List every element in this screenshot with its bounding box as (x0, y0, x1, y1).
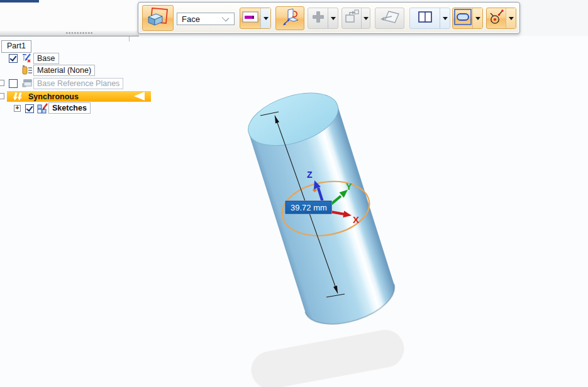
panel-drag-strip[interactable] (0, 30, 139, 36)
tree-expand-handle-2[interactable] (0, 93, 4, 99)
tree-item-material[interactable]: Material (None) (33, 65, 95, 76)
reference-planes-icon (22, 79, 33, 90)
tree-group-synchronous[interactable]: Synchronous (7, 91, 151, 102)
relationships-icon (487, 8, 506, 29)
dimension-value: 39.72 mm (291, 203, 327, 212)
face-select-value: Face (182, 14, 200, 24)
split-view-icon (416, 8, 435, 29)
split-view-button[interactable] (409, 8, 450, 29)
copy-attach-dropdown[interactable] (361, 8, 370, 28)
axis-y-label: Y (346, 182, 352, 192)
base-checkbox[interactable] (9, 54, 18, 63)
command-bar: Face (138, 2, 520, 34)
collapse-arrow-icon[interactable] (134, 92, 145, 101)
face-color-dropdown[interactable] (260, 8, 270, 28)
dimension-value-box[interactable]: 39.72 mm (285, 200, 332, 214)
relationships-button[interactable] (486, 8, 516, 29)
move-face-button[interactable] (275, 6, 304, 30)
sketches-expand-button[interactable]: + (14, 105, 21, 112)
slot-icon (453, 8, 472, 28)
drag-handle-dots (65, 32, 93, 34)
combo-chevron-icon (222, 14, 229, 21)
axis-x-label: X (353, 214, 359, 225)
move-face-icon (279, 6, 301, 30)
pathfinder-tab[interactable]: Part1 (1, 40, 31, 53)
copy-attach-button[interactable] (341, 8, 370, 29)
reference-planes-checkbox[interactable] (9, 79, 18, 88)
synchronous-icon (12, 92, 25, 101)
slot-button[interactable] (452, 8, 483, 29)
through-icon (379, 7, 401, 30)
slot-dropdown[interactable] (472, 8, 482, 28)
copy-attach-icon (342, 7, 361, 30)
add-dropdown[interactable] (328, 8, 338, 28)
material-icon (22, 65, 33, 78)
select-face-mode-icon (145, 6, 170, 31)
sketches-icon (37, 103, 48, 116)
tree-expand-handle[interactable] (0, 80, 4, 86)
add-button[interactable] (308, 8, 338, 29)
relationships-dropdown[interactable] (506, 8, 516, 28)
sketches-checkbox[interactable] (25, 104, 34, 113)
face-select-combo[interactable]: Face (177, 13, 235, 25)
tree-item-base[interactable]: Base (33, 53, 59, 64)
plus-icon (309, 7, 328, 30)
tree-item-reference-planes[interactable]: Base Reference Planes (33, 78, 123, 89)
split-view-dropdown[interactable] (440, 8, 450, 28)
axis-z-label: Z (307, 170, 313, 180)
ground-shadow (248, 327, 408, 387)
select-face-mode-button[interactable] (142, 5, 174, 31)
tree-item-sketches[interactable]: Sketches (48, 102, 91, 114)
face-color-swatch-icon (242, 11, 258, 25)
face-color-button[interactable] (240, 8, 271, 29)
panel-edge (129, 36, 130, 41)
base-feature-icon (21, 53, 32, 66)
through-button[interactable] (375, 8, 404, 29)
viewport-3d: Z Y X 39.72 mm (0, 0, 588, 387)
